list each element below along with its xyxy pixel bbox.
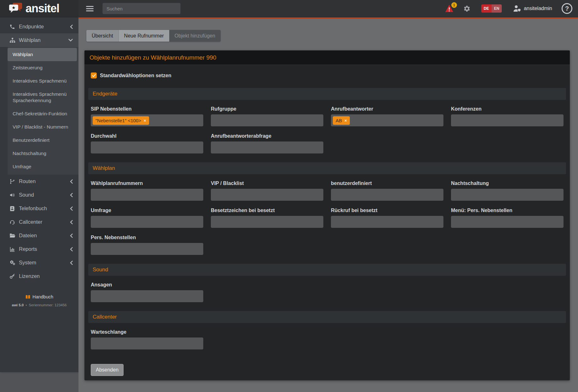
field-nachtschaltung: Nachtschaltung <box>451 181 564 201</box>
tab-uebersicht[interactable]: Übersicht <box>86 30 119 42</box>
field-label: Nachtschaltung <box>451 181 564 186</box>
bar-chart-icon <box>9 246 16 252</box>
help-icon[interactable]: ? <box>562 3 572 14</box>
rueckruf-input[interactable] <box>331 216 443 228</box>
durchwahl-input[interactable] <box>91 141 203 153</box>
standardwahloptionen-checkbox-row[interactable]: Standardwähloptionen setzen <box>88 72 566 78</box>
field-label: benutzerdefiniert <box>331 181 443 186</box>
rufgruppe-input[interactable] <box>211 114 323 126</box>
remove-tag-icon[interactable]: × <box>144 118 146 123</box>
benutzerdefiniert-input[interactable] <box>331 189 443 201</box>
settings-gear-icon[interactable] <box>463 5 471 12</box>
form-panel: Objekte hinzufügen zu Wählplanrufnummer … <box>84 50 570 380</box>
submenu-item-ivr[interactable]: Interaktives Sprachmenü <box>8 74 77 88</box>
sidebar-item-label: Routen <box>19 178 36 184</box>
sidebar-item-reports[interactable]: Reports <box>0 242 78 256</box>
top-bar: ★ ansitel 1 DE EN <box>0 0 578 17</box>
ansagen-input[interactable] <box>91 290 203 302</box>
field-anrufbeantworter: Anrufbeantworter AB × <box>331 106 443 126</box>
selected-item-tag[interactable]: AB × <box>333 116 350 125</box>
section-header-sound: Sound <box>88 264 566 276</box>
user-menu[interactable]: ansiteladmin <box>513 5 552 12</box>
submenu-item-benutzerdefiniert[interactable]: Benutzerdefiniert <box>8 134 77 147</box>
menue-pers-nebenstellen-input[interactable] <box>451 216 564 228</box>
main-content: Übersicht Neue Rufnummer Objekt hinzufüg… <box>78 17 578 392</box>
section-header-endgeraete: Endgeräte <box>88 88 566 100</box>
search-input[interactable] <box>102 3 181 14</box>
checkbox-label: Standardwähloptionen setzen <box>100 73 171 78</box>
field-besetztzeichen: Besetztzeichen bei besetzt <box>211 208 323 228</box>
tab-objekt-hinzufuegen[interactable]: Objekt hinzufügen <box>169 30 221 42</box>
route-icon <box>9 179 16 184</box>
submenu-item-zeitsteuerung[interactable]: Zeitsteuerung <box>8 61 77 74</box>
konferenzen-input[interactable] <box>451 114 564 126</box>
field-konferenzen: Konferenzen <box>451 106 564 126</box>
sidebar-item-routen[interactable]: Routen <box>0 175 78 188</box>
sidebar-column: Endpunkte Wählplan <box>0 17 78 392</box>
submenu-item-chef-sekretaerin[interactable]: Chef-Sekretärin-Funktion <box>8 107 77 120</box>
volume-icon <box>9 192 16 198</box>
app-logo[interactable]: ★ ansitel <box>0 0 78 17</box>
sidebar-item-system[interactable]: System <box>0 256 78 269</box>
submenu-item-vip-blacklist[interactable]: VIP / Blacklist - Nummern <box>8 120 77 134</box>
key-icon <box>9 274 16 279</box>
sidebar-item-callcenter[interactable]: Callcenter <box>0 215 78 229</box>
tab-neue-rufnummer[interactable]: Neue Rufnummer <box>119 30 169 42</box>
address-book-icon <box>9 206 16 211</box>
language-en-button[interactable]: EN <box>492 4 502 13</box>
chevron-left-icon <box>70 193 73 197</box>
language-de-button[interactable]: DE <box>481 4 492 13</box>
besetztzeichen-input[interactable] <box>211 216 323 228</box>
field-label: Anrufbeantworter <box>331 106 443 112</box>
sidebar-item-telefonbuch[interactable]: Telefonbuch <box>0 202 78 215</box>
sidebar-item-label: Reports <box>19 246 37 252</box>
chevron-left-icon <box>70 206 73 211</box>
umfrage-input[interactable] <box>91 216 203 228</box>
field-label: Anrufbeantworterabfrage <box>211 133 323 139</box>
selected-item-tag[interactable]: "Nebenstelle1" <100> × <box>93 116 149 125</box>
phone-icon <box>9 24 16 30</box>
section-header-callcenter: Callcenter <box>88 311 566 323</box>
field-label: Pers. Nebenstellen <box>91 235 203 240</box>
waehlplanrufnummern-input[interactable] <box>91 189 203 201</box>
absenden-button[interactable]: Absenden <box>91 364 124 376</box>
sidebar-item-label: System <box>19 260 36 266</box>
sidebar-item-label: Wählplan <box>19 37 41 43</box>
chevron-left-icon <box>70 179 73 184</box>
sidebar-item-dateien[interactable]: Dateien <box>0 229 78 242</box>
version-info: awi 5.0•Seriennummer: 123456 <box>0 303 78 307</box>
sidebar-item-lizenzen[interactable]: Lizenzen <box>0 269 78 283</box>
anrufbeantworter-input[interactable]: AB × <box>331 114 443 126</box>
anrufbeantworterabfrage-input[interactable] <box>211 141 323 153</box>
field-sip-nebenstellen: SIP Nebenstellen "Nebenstelle1" <100> × <box>91 106 203 126</box>
checkbox-checked-icon[interactable] <box>91 72 97 78</box>
waehlplan-submenu: Wählplan Zeitsteuerung Interaktives Spra… <box>8 47 78 175</box>
alerts-button[interactable]: 1 <box>445 4 454 13</box>
sidebar-item-label: Callcenter <box>19 219 42 225</box>
warteschlange-input[interactable] <box>91 337 203 349</box>
submenu-item-nachtschaltung[interactable]: Nachtschaltung <box>8 147 77 160</box>
sidebar-item-label: Telefonbuch <box>19 205 47 211</box>
field-durchwahl: Durchwahl <box>91 133 203 153</box>
submenu-item-waehlplan[interactable]: Wählplan <box>8 48 77 61</box>
field-umfrage: Umfrage <box>91 208 203 228</box>
submenu-item-umfrage[interactable]: Umfrage <box>8 160 77 173</box>
handbuch-link[interactable]: Handbuch <box>0 294 78 299</box>
book-icon <box>25 295 31 299</box>
sidebar-item-sound[interactable]: Sound <box>0 188 78 202</box>
field-label: Besetztzeichen bei besetzt <box>211 208 323 213</box>
sidebar-item-waehlplan[interactable]: Wählplan <box>0 33 78 47</box>
vip-blacklist-input[interactable] <box>211 189 323 201</box>
remove-tag-icon[interactable]: × <box>344 118 347 123</box>
submenu-item-ivr-spracherkennung[interactable]: Interaktives Sprachmenü Spracherkennung <box>8 88 77 107</box>
menu-toggle-icon[interactable] <box>86 6 94 11</box>
sip-nebenstellen-input[interactable]: "Nebenstelle1" <100> × <box>91 114 203 126</box>
nachtschaltung-input[interactable] <box>451 189 564 201</box>
chevron-left-icon <box>70 25 73 29</box>
pers-nebenstellen-input[interactable] <box>91 243 203 255</box>
field-label: Warteschlange <box>91 329 203 335</box>
field-label: Ansagen <box>91 282 203 288</box>
headset-icon <box>9 219 16 225</box>
sidebar-item-endpunkte[interactable]: Endpunkte <box>0 20 78 33</box>
field-pers-nebenstellen: Pers. Nebenstellen <box>91 235 203 255</box>
